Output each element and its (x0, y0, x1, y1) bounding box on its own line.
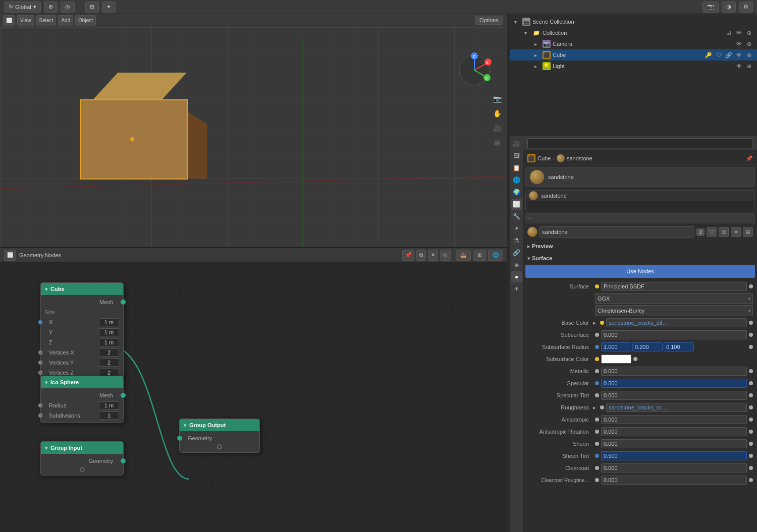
outliner-camera[interactable]: ▸ 📷 Camera 👁 ⊕ (510, 38, 757, 49)
viewport-options-btn[interactable]: Options (475, 16, 503, 25)
node-orient-btn[interactable]: ◎ (440, 250, 451, 261)
props-search[interactable] (527, 138, 753, 148)
constraints-icon[interactable]: 🔗 (511, 247, 522, 258)
roughness-field[interactable]: sandstone_cracks_rough... (606, 403, 747, 412)
node-copy-btn[interactable]: ⧉ (416, 250, 426, 261)
particles-icon[interactable]: ✦ (511, 223, 522, 234)
transform-mode-btn[interactable]: ↻ Global ▾ (4, 2, 41, 13)
node-canvas[interactable]: ▾ Cube Mesh Size X 1 m (0, 262, 507, 532)
light-eye[interactable]: 👁 (735, 62, 743, 70)
subsurface-field[interactable]: 0.000 (601, 330, 747, 339)
anisotropic-field[interactable]: 0.000 (601, 415, 747, 424)
surface-value-field[interactable]: Principled BSDF (601, 282, 747, 291)
node-editor-type-btn[interactable]: ⬜ (4, 250, 16, 261)
anisotropic-rot-field[interactable]: 0.000 (601, 427, 747, 436)
cube-link[interactable]: 🔗 (725, 51, 733, 59)
hand-tool-icon[interactable]: ✋ (491, 107, 503, 120)
world-props-icon[interactable]: 🌍 (511, 187, 522, 198)
outliner-collection[interactable]: ▾ 📁 Collection ☑ 👁 ⊕ (510, 27, 757, 38)
video-tool-icon[interactable]: 🎥 (491, 122, 503, 134)
proportional-btn[interactable]: ◎ (61, 2, 75, 13)
use-nodes-btn[interactable]: Use Nodes (525, 265, 755, 278)
cube-vx-socket[interactable] (38, 350, 42, 354)
specular-field[interactable]: 0.500 (601, 379, 747, 388)
ico-mesh-socket[interactable] (121, 393, 126, 398)
view-menu-btn[interactable]: View (17, 15, 34, 26)
cube-restrict[interactable]: ⊕ (745, 51, 753, 59)
viewport-type-btn[interactable]: ⬜ (3, 15, 15, 26)
node-toolbar-btn3[interactable]: 🌐 (488, 250, 503, 261)
material-extra-btn[interactable]: ⊞ (743, 227, 753, 237)
clearcoat-rough-field[interactable]: 0.000 (601, 476, 747, 485)
cube-mesh-socket[interactable] (121, 300, 126, 305)
snapping-btn[interactable]: ⊕ (44, 2, 58, 13)
collection-eye[interactable]: 👁 (735, 29, 743, 37)
camera-restrict[interactable]: ⊕ (745, 40, 753, 48)
group-output-geo-socket[interactable] (177, 436, 182, 441)
preview-section-header[interactable]: ▸ Preview (525, 241, 755, 252)
metallic-field[interactable]: 0.000 (601, 367, 747, 376)
material-icon[interactable]: ● (511, 271, 522, 282)
select-menu-btn[interactable]: Select (36, 15, 57, 26)
radius-b-field[interactable]: 0.100 (664, 342, 694, 351)
material-expand-area[interactable]: ⋯ (525, 213, 755, 223)
subsurface-color-swatch[interactable] (601, 354, 631, 364)
cube-eye[interactable]: 👁 (735, 51, 743, 59)
surface-section-header[interactable]: ▾ Surface (525, 253, 755, 264)
material-delete-btn[interactable]: ✕ (731, 227, 741, 237)
collection-checkbox[interactable]: ☑ (725, 29, 733, 37)
outliner-light[interactable]: ▸ 💡 Light 👁 ⊕ (510, 61, 757, 72)
add-menu-btn[interactable]: Add (58, 15, 73, 26)
cube-x-socket[interactable] (38, 320, 42, 324)
clearcoat-field[interactable]: 0.000 (601, 463, 747, 472)
ico-subs-socket[interactable] (38, 413, 42, 418)
viewport-3d[interactable]: ⬜ View Select Add Object Options (0, 14, 507, 247)
physics-icon[interactable]: ⚗ (511, 235, 522, 246)
cube-vy-socket[interactable] (38, 361, 42, 365)
light-restrict[interactable]: ⊕ (745, 62, 753, 70)
filter-btn[interactable]: ⚙ (739, 2, 753, 13)
outliner-panel: ⬜ ⚙ ▾ 🎬 Scene Collection ▾ 📁 Collection … (510, 0, 757, 136)
material-name-field[interactable]: sandstone (539, 226, 694, 238)
cube-vz-socket[interactable] (38, 371, 42, 375)
cube-key[interactable]: 🔑 (705, 51, 713, 59)
collection-restrict[interactable]: ⊕ (745, 29, 753, 37)
christensen-dropdown[interactable]: Christensen-Burley ▾ (595, 305, 753, 316)
shading-icon[interactable]: ☀ (511, 283, 522, 294)
viewport-shading-btn[interactable]: ◑ (722, 2, 736, 13)
scene-props-icon[interactable]: 🌐 (511, 174, 522, 186)
view-layer-icon[interactable]: 📋 (511, 162, 522, 173)
specular-tint-field[interactable]: 0.000 (601, 391, 747, 400)
gizmo-btn[interactable]: ✦ (102, 2, 116, 13)
object-menu-btn[interactable]: Object (75, 15, 96, 26)
sheen-field[interactable]: 0.000 (601, 439, 747, 448)
outliner-cube[interactable]: ▸ ⬛ Cube 🔑 🛡 🔗 👁 ⊕ (510, 49, 757, 61)
render-mode-btn[interactable]: 📷 (702, 2, 719, 13)
radius-r-field[interactable]: 1.000 (601, 342, 631, 351)
data-icon[interactable]: ◈ (511, 259, 522, 270)
pin-btn[interactable]: 📌 (746, 155, 753, 162)
outliner-scene-collection[interactable]: ▾ 🎬 Scene Collection (510, 16, 757, 27)
sheen-tint-field[interactable]: 0.500 (601, 451, 747, 460)
node-toolbar-btn2[interactable]: ⊞ (473, 250, 486, 261)
material-shield-btn[interactable]: 🛡 (707, 227, 717, 237)
camera-eye[interactable]: 👁 (735, 40, 743, 48)
ico-radius-socket[interactable] (38, 403, 42, 407)
camera-tool-icon[interactable]: 📷 (491, 93, 503, 105)
node-pin-btn[interactable]: 📌 (402, 250, 414, 261)
render-props-icon[interactable]: 🎥 (511, 138, 522, 149)
radius-g-field[interactable]: 0.200 (632, 342, 663, 351)
modifier-props-icon[interactable]: 🔧 (511, 211, 522, 222)
overlay-btn[interactable]: ⊞ (85, 2, 99, 13)
ggx-dropdown[interactable]: GGX ▾ (595, 293, 753, 304)
object-props-icon[interactable]: ⬜ (511, 199, 522, 210)
node-close-btn[interactable]: ✕ (428, 250, 438, 261)
node-group-input-card: ▾ Group Input Geometry (40, 441, 124, 476)
material-copy-btn[interactable]: ⧉ (719, 227, 729, 237)
output-props-icon[interactable]: 🖼 (511, 150, 522, 161)
group-input-geo-socket[interactable] (121, 458, 126, 463)
base-color-field[interactable]: sandstone_cracks_diff_4... (606, 318, 747, 327)
node-toolbar-btn1[interactable]: 📤 (456, 250, 471, 261)
cube-shield[interactable]: 🛡 (715, 51, 723, 59)
grid-tool-icon[interactable]: ⊞ (491, 137, 503, 149)
